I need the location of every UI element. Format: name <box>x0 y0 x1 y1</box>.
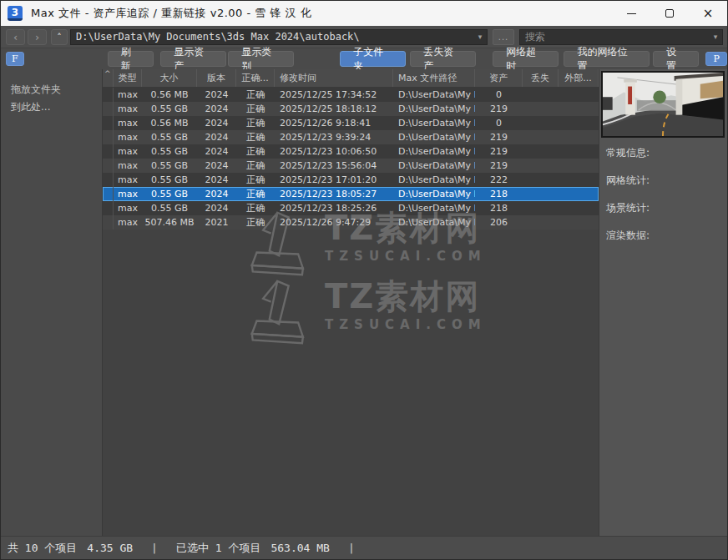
cell-status: 正确 <box>236 102 275 116</box>
cell-size: 0.55 GB <box>142 102 197 116</box>
cell-status: 正确 <box>236 201 275 215</box>
cell-type: max <box>114 144 142 159</box>
info-panel: 常规信息: 网格统计: 场景统计: 渲染数据: <box>599 69 727 537</box>
cell-size: 507.46 MB <box>142 215 197 230</box>
table-row[interactable]: max 0.55 GB 2024 正确 2025/12/23 18:25:26 … <box>103 201 599 215</box>
show-assets-button[interactable]: 显示资产 <box>160 51 226 67</box>
cell-version: 2024 <box>197 201 236 215</box>
column-header-type[interactable]: 类型 <box>114 69 142 87</box>
row-handle <box>103 187 114 201</box>
my-network-locations-button[interactable]: 我的网络位置 <box>564 51 650 67</box>
separator: | <box>348 542 355 554</box>
row-handle <box>103 88 114 102</box>
cell-external <box>559 215 599 230</box>
chevron-down-icon[interactable]: ▾ <box>709 33 722 41</box>
table-row[interactable]: max 0.55 GB 2024 正确 2025/12/23 10:06:50 … <box>103 144 599 159</box>
cell-external <box>559 130 599 144</box>
row-handle <box>103 173 114 187</box>
close-button[interactable]: × <box>689 1 727 26</box>
table-row[interactable]: max 0.55 GB 2024 正确 2025/12/23 18:05:27 … <box>103 187 599 201</box>
table-row[interactable]: max 0.55 GB 2024 正确 2025/12/23 17:01:20 … <box>103 173 599 187</box>
filter-f-button[interactable]: F <box>6 52 24 66</box>
cell-size: 0.55 GB <box>142 187 197 201</box>
folder-drop-zone[interactable]: 拖放文件夹 到此处... <box>1 69 103 537</box>
cell-version: 2024 <box>197 88 236 102</box>
cell-modified: 2025/12/23 18:25:26 <box>275 201 393 215</box>
cell-type: max <box>114 173 142 187</box>
row-handle <box>103 144 114 159</box>
cell-external <box>559 187 599 201</box>
table-row[interactable]: max 0.56 MB 2024 正确 2025/12/26 9:18:41 D… <box>103 116 599 130</box>
cell-max-path: D:\UserData\My D... <box>393 159 475 173</box>
pin-p-button[interactable]: P <box>705 52 727 66</box>
column-header-version[interactable]: 版本 <box>197 69 236 87</box>
cell-max-path: D:\UserData\My D... <box>393 116 475 130</box>
subfolders-button[interactable]: 子文件夹 <box>340 51 406 67</box>
cell-max-path: D:\UserData\My D... <box>393 144 475 159</box>
scene-thumbnail <box>601 71 725 138</box>
close-icon: × <box>703 8 714 20</box>
table-header-row: ^ 类型 大小 版本 正确... 修改时间 Max 文件路径 资产 丢失 外部.… <box>103 69 599 88</box>
current-path: D:\UserData\My Documents\3ds Max 2024\au… <box>71 31 473 43</box>
window-controls: × <box>612 1 727 26</box>
cell-external <box>559 173 599 187</box>
browse-folder-button[interactable]: ... <box>493 29 514 45</box>
table-row[interactable]: max 507.46 MB 2021 正确 2025/12/26 9:47:29… <box>103 215 599 230</box>
cell-assets: 218 <box>475 201 523 215</box>
titlebar: 3 Max 文件 - 资产库追踪 / 重新链接 v2.00 - 雪 锋 汉 化 … <box>1 1 727 26</box>
cell-version: 2024 <box>197 116 236 130</box>
cell-modified: 2025/12/23 10:06:50 <box>275 144 393 159</box>
cell-modified: 2025/12/26 9:18:41 <box>275 116 393 130</box>
path-combobox[interactable]: D:\UserData\My Documents\3ds Max 2024\au… <box>70 29 488 45</box>
toolbar: F 刷新 显示资产 显示类别 子文件夹 丢失资产 网络超时 我的网络位置 设置 … <box>1 48 727 69</box>
table-row[interactable]: max 0.55 GB 2024 正确 2025/12/25 18:18:12 … <box>103 102 599 116</box>
column-header-size[interactable]: 大小 <box>142 69 197 87</box>
column-header-max-path[interactable]: Max 文件路径 <box>393 69 475 87</box>
table-row[interactable]: max 0.55 GB 2024 正确 2025/12/23 15:56:04 … <box>103 159 599 173</box>
cell-status: 正确 <box>236 173 275 187</box>
cell-size: 0.55 GB <box>142 130 197 144</box>
network-timeout-button[interactable]: 网络超时 <box>493 51 559 67</box>
general-info-label: 常规信息: <box>601 146 725 174</box>
table-row[interactable]: max 0.56 MB 2024 正确 2025/12/25 17:34:52 … <box>103 88 599 102</box>
column-header-missing[interactable]: 丢失 <box>523 69 559 87</box>
cell-assets: 219 <box>475 159 523 173</box>
cell-external <box>559 144 599 159</box>
cell-type: max <box>114 187 142 201</box>
back-button[interactable]: ‹ <box>6 29 25 45</box>
cell-assets: 219 <box>475 144 523 159</box>
cell-max-path: D:\UserData\My D... <box>393 130 475 144</box>
row-handle <box>103 102 114 116</box>
chevron-down-icon[interactable]: ▾ <box>473 33 487 41</box>
settings-button[interactable]: 设置 <box>653 51 700 67</box>
cell-size: 0.55 GB <box>142 144 197 159</box>
column-header-external[interactable]: 外部... <box>559 69 599 87</box>
cell-status: 正确 <box>236 159 275 173</box>
cell-assets: 0 <box>475 88 523 102</box>
forward-button[interactable]: › <box>28 29 47 45</box>
column-header-handle[interactable]: ^ <box>103 69 114 87</box>
column-header-assets[interactable]: 资产 <box>475 69 523 87</box>
window-title: Max 文件 - 资产库追踪 / 重新链接 v2.00 - 雪 锋 汉 化 <box>31 6 311 21</box>
cell-max-path: D:\UserData\My D... <box>393 102 475 116</box>
minimize-button[interactable] <box>612 1 650 26</box>
missing-assets-button[interactable]: 丢失资产 <box>410 51 476 67</box>
cell-type: max <box>114 130 142 144</box>
cell-modified: 2025/12/23 15:56:04 <box>275 159 393 173</box>
cell-version: 2024 <box>197 102 236 116</box>
search-input[interactable] <box>520 30 709 44</box>
column-header-modified[interactable]: 修改时间 <box>275 69 393 87</box>
refresh-button[interactable]: 刷新 <box>108 51 154 67</box>
maximize-button[interactable] <box>650 1 689 26</box>
column-header-status[interactable]: 正确... <box>236 69 275 87</box>
cell-status: 正确 <box>236 116 275 130</box>
cell-version: 2024 <box>197 159 236 173</box>
sort-ascending-icon: ^ <box>104 69 111 83</box>
row-handle <box>103 201 114 215</box>
cell-external <box>559 88 599 102</box>
cell-missing <box>523 102 559 116</box>
cell-external <box>559 201 599 215</box>
up-folder-button[interactable]: ˄ <box>51 29 68 45</box>
show-categories-button[interactable]: 显示类别 <box>228 51 294 67</box>
table-row[interactable]: max 0.55 GB 2024 正确 2025/12/23 9:39:24 D… <box>103 130 599 144</box>
